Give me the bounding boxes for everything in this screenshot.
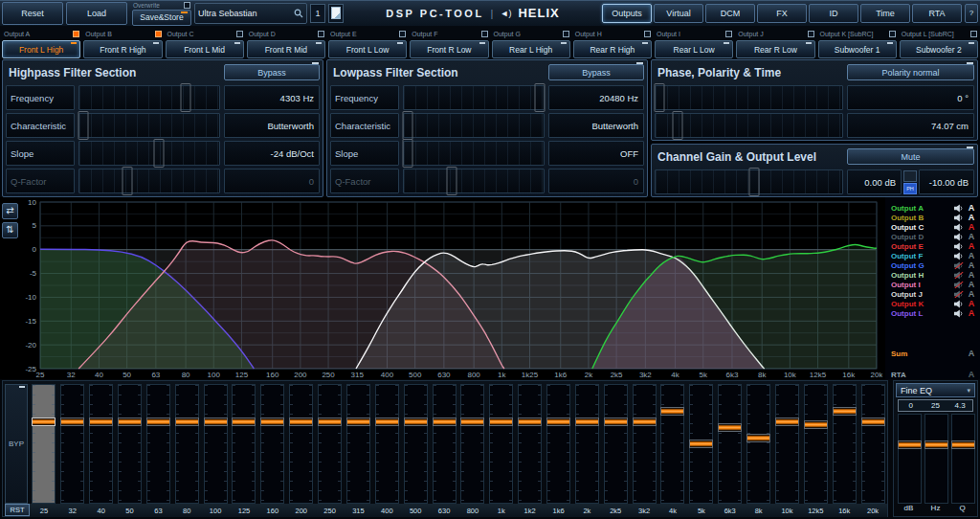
eq-band-handle[interactable] (660, 407, 684, 416)
nav-outputs-button[interactable]: Outputs (602, 4, 652, 23)
legend-row-output-h[interactable]: Output HA (885, 270, 980, 280)
eq-band-track[interactable] (32, 384, 56, 504)
tab-subwoofer-1[interactable]: Subwoofer 1 (818, 40, 897, 58)
output-link-checkbox[interactable] (318, 31, 324, 37)
eq-band-track[interactable] (746, 384, 770, 504)
speaker-icon[interactable] (954, 242, 964, 251)
speaker-muted-icon[interactable] (954, 281, 964, 289)
output-link-checkbox[interactable] (808, 31, 814, 37)
speaker-icon[interactable] (954, 309, 964, 318)
eq-band-handle[interactable] (232, 417, 256, 426)
tab-front-l-high[interactable]: Front L High (2, 40, 80, 58)
legend-row-output-d[interactable]: Output DA (885, 232, 980, 241)
legend-row-output-l[interactable]: Output LA (885, 308, 980, 318)
eq-band-track[interactable] (775, 384, 799, 504)
eq-band-track[interactable] (460, 384, 484, 504)
output-link-checkbox[interactable] (481, 31, 488, 37)
eq-band-track[interactable] (660, 384, 684, 504)
speaker-icon[interactable] (954, 233, 964, 241)
highpass-frequency-slider[interactable] (78, 85, 220, 110)
speaker-icon[interactable] (954, 223, 964, 232)
eq-band-track[interactable] (318, 384, 342, 504)
eq-band-handle[interactable] (575, 417, 599, 426)
gain-slider[interactable] (655, 169, 843, 194)
legend-row-output-a[interactable]: Output AA (885, 203, 980, 213)
load-button[interactable]: Load (66, 2, 127, 25)
tab-subwoofer-2[interactable]: Subwoofer 2 (900, 40, 978, 58)
eq-band-track[interactable] (175, 384, 199, 504)
legend-row-output-k[interactable]: Output KA (885, 299, 980, 308)
eq-band-track[interactable] (718, 384, 742, 504)
eq-band-handle[interactable] (146, 417, 170, 426)
eq-band-track[interactable] (433, 384, 457, 504)
eq-band-track[interactable] (833, 384, 857, 504)
eq-band-handle[interactable] (375, 417, 399, 426)
eq-band-handle[interactable] (546, 417, 570, 426)
phase-badge[interactable]: PH (903, 183, 917, 194)
speaker-icon[interactable] (954, 300, 964, 308)
eq-band-handle[interactable] (60, 417, 84, 426)
eq-band-handle[interactable] (518, 417, 542, 426)
eq-band-track[interactable] (60, 384, 84, 504)
legend-row-sum[interactable]: SumA (885, 349, 980, 358)
output-link-checkbox[interactable] (970, 31, 977, 37)
tab-rear-l-high[interactable]: Rear L High (492, 40, 570, 58)
slider-handle[interactable] (154, 139, 165, 168)
highpass-q-factor-slider[interactable] (78, 169, 220, 193)
output-link-checkbox[interactable] (155, 31, 162, 37)
eq-band-track[interactable] (232, 384, 256, 504)
tab-rear-r-high[interactable]: Rear R High (573, 40, 652, 58)
tab-rear-l-low[interactable]: Rear L Low (655, 40, 733, 58)
eq-band-track[interactable] (146, 384, 170, 504)
legend-row-output-b[interactable]: Output BA (885, 213, 980, 222)
lowpass-slope-slider[interactable] (403, 141, 545, 166)
eq-band-handle[interactable] (260, 417, 284, 426)
output-link-checkbox[interactable] (399, 31, 406, 37)
eq-band-handle[interactable] (32, 417, 56, 426)
eq-band-track[interactable] (689, 384, 713, 504)
response-chart[interactable]: 1050-5-10-15-20-252532405063801001251602… (17, 197, 882, 379)
eq-band-handle[interactable] (433, 417, 457, 426)
fine-eq-dropdown[interactable]: Fine EQ ▾ (896, 383, 975, 397)
tab-front-r-low[interactable]: Front R Low (410, 40, 488, 58)
tab-rear-r-low[interactable]: Rear R Low (736, 40, 814, 58)
fine-eq-q-slider[interactable] (951, 414, 975, 504)
save-store-button[interactable]: Save&Store (132, 10, 191, 26)
nav-virtual-button[interactable]: Virtual (654, 4, 703, 23)
eq-band-handle[interactable] (746, 434, 770, 442)
highpass-characteristic-slider[interactable] (78, 113, 220, 138)
output-link-checkbox[interactable] (725, 31, 732, 37)
fine-eq-db-slider[interactable] (898, 414, 922, 504)
polarity-button[interactable]: Polarity normal (847, 64, 974, 80)
help-button[interactable]: ? (965, 4, 978, 23)
lowpass-bypass-button[interactable]: Bypass (548, 64, 644, 80)
legend-row-rta[interactable]: RTAA (885, 370, 980, 379)
preset-name-input[interactable]: Ultra Sebastian (194, 3, 307, 24)
tab-front-r-high[interactable]: Front R High (83, 40, 162, 58)
slider-handle[interactable] (673, 111, 683, 140)
eq-band-handle[interactable] (118, 417, 142, 426)
slider-handle[interactable] (654, 83, 664, 112)
eq-band-handle[interactable] (175, 417, 199, 426)
eq-band-track[interactable] (804, 384, 828, 504)
eq-band-handle[interactable] (689, 440, 713, 448)
tab-front-l-mid[interactable]: Front L Mid (166, 40, 244, 58)
tab-front-l-low[interactable]: Front L Low (328, 40, 407, 58)
time-delay-slider[interactable] (655, 113, 843, 138)
eq-band-track[interactable] (118, 384, 142, 504)
eq-band-track[interactable] (289, 384, 313, 504)
eq-band-handle[interactable] (633, 417, 657, 426)
speaker-muted-icon[interactable] (954, 261, 964, 270)
eq-band-handle[interactable] (833, 407, 857, 416)
eq-band-handle[interactable] (604, 417, 628, 426)
eq-band-track[interactable] (861, 384, 885, 504)
overwrite-checkbox[interactable] (184, 2, 190, 9)
eq-band-track[interactable] (89, 384, 113, 504)
legend-row-output-i[interactable]: Output IA (885, 280, 980, 289)
eq-band-handle[interactable] (489, 417, 513, 426)
slider-handle[interactable] (403, 139, 413, 168)
fine-eq-handle[interactable] (951, 440, 975, 449)
slider-handle[interactable] (749, 168, 760, 196)
speaker-icon[interactable] (954, 214, 964, 222)
eq-band-handle[interactable] (289, 417, 313, 426)
